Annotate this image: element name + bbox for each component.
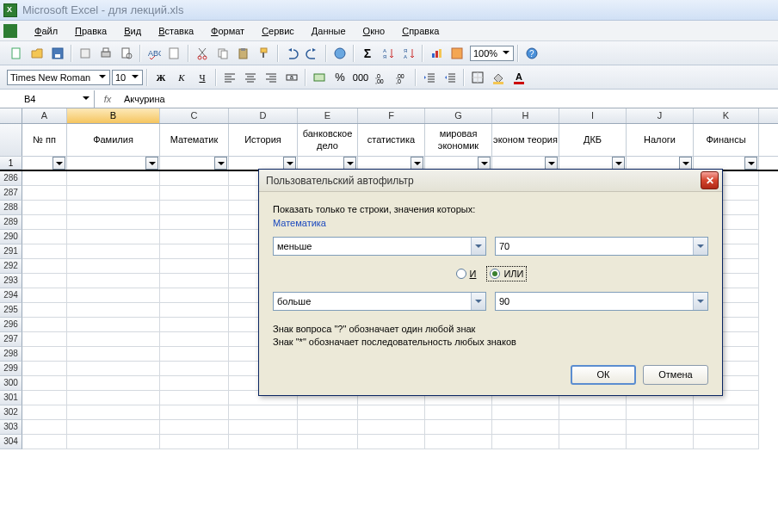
- column-header-D[interactable]: D: [229, 108, 298, 123]
- cell[interactable]: [67, 171, 160, 186]
- row-header[interactable]: 286: [0, 171, 22, 186]
- cell[interactable]: [358, 420, 425, 435]
- cell[interactable]: [298, 420, 358, 435]
- data-header-cell[interactable]: статистика: [358, 124, 425, 156]
- cell[interactable]: [492, 405, 559, 420]
- dropdown-icon[interactable]: [471, 238, 485, 255]
- cell[interactable]: [627, 405, 694, 420]
- format-painter-icon[interactable]: [255, 44, 274, 63]
- align-center-icon[interactable]: [241, 68, 260, 87]
- underline-icon[interactable]: Ч: [193, 68, 212, 87]
- print-preview-icon[interactable]: [117, 44, 136, 63]
- autofilter-dropdown-icon[interactable]: [283, 157, 296, 170]
- column-header-K[interactable]: K: [694, 108, 759, 123]
- font-size-combo[interactable]: 10: [112, 70, 143, 85]
- cell[interactable]: [160, 244, 229, 259]
- spelling-icon[interactable]: ABC: [145, 44, 164, 63]
- sort-asc-icon[interactable]: АЯ: [379, 44, 398, 63]
- autofilter-dropdown-icon[interactable]: [679, 157, 692, 170]
- cell[interactable]: [559, 405, 627, 420]
- cell[interactable]: [492, 435, 559, 449]
- row-header[interactable]: 294: [0, 288, 22, 303]
- autofilter-dropdown-icon[interactable]: [214, 157, 227, 170]
- autofilter-dropdown-icon[interactable]: [744, 157, 757, 170]
- decrease-indent-icon[interactable]: [420, 68, 439, 87]
- operator1-combo[interactable]: меньше: [273, 237, 486, 256]
- row-header[interactable]: 301: [0, 391, 22, 405]
- fill-color-icon[interactable]: [489, 68, 508, 87]
- cell[interactable]: [229, 420, 298, 435]
- name-box[interactable]: B4: [0, 90, 95, 108]
- cell[interactable]: [22, 201, 67, 215]
- cell[interactable]: [67, 391, 160, 405]
- cell[interactable]: [22, 376, 67, 391]
- align-right-icon[interactable]: [262, 68, 281, 87]
- cell[interactable]: [22, 171, 67, 186]
- cell[interactable]: [425, 435, 492, 449]
- menu-format[interactable]: Формат: [202, 23, 253, 39]
- dropdown-icon[interactable]: [471, 293, 485, 310]
- row-header[interactable]: 291: [0, 244, 22, 259]
- cell[interactable]: [160, 230, 229, 244]
- cell[interactable]: [160, 274, 229, 288]
- cell[interactable]: [67, 288, 160, 303]
- column-header-C[interactable]: C: [160, 108, 229, 123]
- row-header[interactable]: 298: [0, 347, 22, 362]
- cell[interactable]: [229, 435, 298, 449]
- select-all-corner[interactable]: [0, 108, 22, 123]
- fx-label[interactable]: fx: [95, 94, 120, 104]
- cell[interactable]: [22, 347, 67, 362]
- value1-combo[interactable]: 70: [495, 237, 708, 256]
- cell[interactable]: [22, 244, 67, 259]
- cell[interactable]: [22, 318, 67, 332]
- row-header[interactable]: 297: [0, 332, 22, 347]
- cell[interactable]: [358, 405, 425, 420]
- cell[interactable]: [627, 435, 694, 449]
- data-header-cell[interactable]: Фамилия: [67, 124, 160, 156]
- cell[interactable]: [358, 435, 425, 449]
- font-color-icon[interactable]: A: [509, 68, 528, 87]
- cut-icon[interactable]: [193, 44, 212, 63]
- close-icon[interactable]: ✕: [701, 171, 719, 189]
- cell[interactable]: [425, 420, 492, 435]
- cell[interactable]: [559, 420, 627, 435]
- cell[interactable]: [67, 259, 160, 274]
- cell[interactable]: [160, 171, 229, 186]
- cell[interactable]: [67, 332, 160, 347]
- cancel-button[interactable]: Отмена: [643, 365, 708, 385]
- cell[interactable]: [67, 347, 160, 362]
- row-header[interactable]: 295: [0, 303, 22, 318]
- column-header-A[interactable]: A: [22, 108, 67, 123]
- hyperlink-icon[interactable]: [330, 44, 349, 63]
- dialog-titlebar[interactable]: Пользовательский автофильтр ✕: [259, 170, 722, 192]
- cell[interactable]: [160, 376, 229, 391]
- cell[interactable]: [22, 405, 67, 420]
- cell[interactable]: [160, 420, 229, 435]
- print-icon[interactable]: [96, 44, 115, 63]
- cell[interactable]: [22, 230, 67, 244]
- cell[interactable]: [67, 274, 160, 288]
- cell[interactable]: [22, 391, 67, 405]
- cell[interactable]: [22, 288, 67, 303]
- column-header-J[interactable]: J: [627, 108, 694, 123]
- cell[interactable]: [298, 435, 358, 449]
- dropdown-icon[interactable]: [693, 238, 707, 255]
- column-header-I[interactable]: I: [559, 108, 627, 123]
- autofilter-dropdown-icon[interactable]: [612, 157, 625, 170]
- paste-icon[interactable]: [234, 44, 253, 63]
- row-header[interactable]: 299: [0, 362, 22, 376]
- cell[interactable]: [160, 405, 229, 420]
- row-header[interactable]: 302: [0, 405, 22, 420]
- dropdown-icon[interactable]: [693, 293, 707, 310]
- menu-help[interactable]: Справка: [393, 23, 448, 39]
- bold-icon[interactable]: Ж: [151, 68, 170, 87]
- cell[interactable]: [559, 435, 627, 449]
- column-header-H[interactable]: H: [492, 108, 559, 123]
- cell[interactable]: [22, 259, 67, 274]
- cell[interactable]: [160, 288, 229, 303]
- cell[interactable]: [160, 215, 229, 230]
- autofilter-dropdown-icon[interactable]: [145, 157, 158, 170]
- row-header[interactable]: 287: [0, 186, 22, 201]
- row-header[interactable]: 289: [0, 215, 22, 230]
- cell[interactable]: [160, 318, 229, 332]
